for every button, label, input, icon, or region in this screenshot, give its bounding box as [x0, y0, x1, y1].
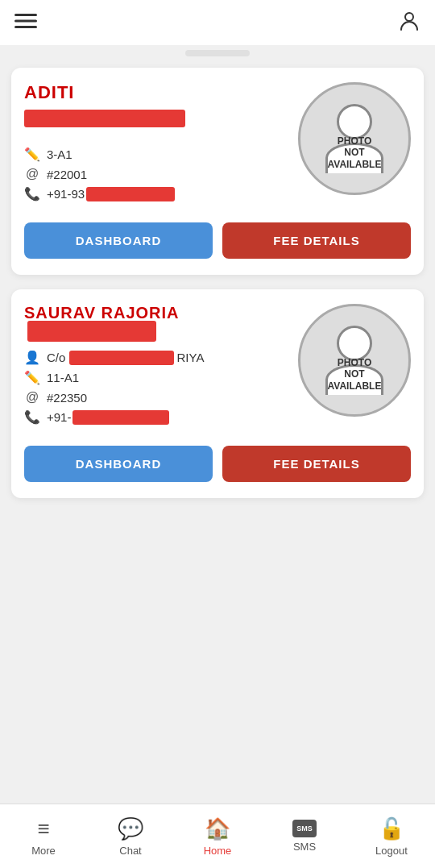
- phone-row-1: 📞 +91-93: [24, 186, 290, 201]
- roll-value-1: #22001: [47, 168, 87, 181]
- phone-icon-1: 📞: [24, 186, 40, 201]
- edit-icon-1: ✏️: [24, 147, 40, 162]
- card-buttons-2: DASHBOARD FEE DETAILS: [24, 446, 411, 482]
- co-prefix-2: C/o: [47, 351, 65, 364]
- card-buttons-1: DASHBOARD FEE DETAILS: [24, 222, 411, 259]
- phone-icon-2: 📞: [24, 409, 40, 425]
- student-name-2: SAURAV RAJORIA: [24, 304, 180, 322]
- chat-icon: 💬: [118, 816, 143, 841]
- avatar-circle-1: PHOTONOTAVAILABLE: [298, 82, 411, 195]
- co-suffix-2: RIYA: [177, 351, 205, 364]
- bottom-nav: ≡ More 💬 Chat 🏠 Home SMS SMS 🔓 Logout: [0, 804, 435, 868]
- sms-icon: SMS: [292, 820, 317, 837]
- svg-point-3: [405, 13, 413, 21]
- co-row-2: 👤 C/o RIYA: [24, 350, 290, 365]
- person-icon-2: 👤: [24, 350, 40, 365]
- roll-value-2: #22350: [47, 391, 87, 405]
- card-header-2: SAURAV RAJORIA 👤 C/o RIYA ✏️ 11-A1 @ #22…: [24, 304, 411, 430]
- home-label: Home: [204, 845, 232, 857]
- home-icon: 🏠: [205, 816, 230, 841]
- co-redact-2: [69, 351, 174, 365]
- nav-chat[interactable]: 💬 Chat: [87, 810, 174, 863]
- phone-prefix-2: +91-: [47, 410, 71, 424]
- photo-label-2: PHOTONOTAVAILABLE: [328, 357, 382, 392]
- student-name-1: ADITI: [24, 82, 290, 103]
- avatar-head-2: [337, 326, 372, 361]
- logout-label: Logout: [375, 845, 408, 857]
- chat-label: Chat: [119, 845, 141, 857]
- top-bar: [0, 0, 435, 45]
- svg-rect-1: [14, 20, 37, 23]
- dashboard-button-2[interactable]: DASHBOARD: [24, 446, 213, 482]
- profile-icon[interactable]: [398, 10, 420, 35]
- edit-icon-2: ✏️: [24, 370, 40, 385]
- phone-redact-1: [86, 187, 175, 201]
- at-icon-2: @: [24, 390, 40, 405]
- logout-icon: 🔓: [379, 816, 404, 841]
- card-info-1: ADITI ✏️ 3-A1 @ #22001 📞 +91-93: [24, 82, 290, 206]
- phone-prefix-1: +91-93: [47, 187, 85, 201]
- nav-logout[interactable]: 🔓 Logout: [348, 810, 435, 863]
- nav-home[interactable]: 🏠 Home: [174, 810, 261, 863]
- name-row-2: SAURAV RAJORIA: [24, 304, 290, 343]
- phone-row-2: 📞 +91-: [24, 409, 290, 425]
- more-icon: ≡: [37, 816, 49, 841]
- fee-details-button-1[interactable]: FEE DETAILS: [222, 222, 411, 259]
- avatar-circle-2: PHOTONOTAVAILABLE: [298, 304, 411, 417]
- card-info-2: SAURAV RAJORIA 👤 C/o RIYA ✏️ 11-A1 @ #22…: [24, 304, 290, 430]
- class-row-2: ✏️ 11-A1: [24, 370, 290, 385]
- class-value-1: 3-A1: [47, 147, 72, 161]
- roll-row-2: @ #22350: [24, 390, 290, 405]
- fee-details-button-2[interactable]: FEE DETAILS: [222, 446, 411, 482]
- svg-rect-2: [14, 26, 37, 28]
- content-area: ADITI ✏️ 3-A1 @ #22001 📞 +91-93: [0, 60, 435, 585]
- name-redact-1: [24, 110, 185, 127]
- hamburger-icon[interactable]: [14, 10, 37, 35]
- class-value-2: 11-A1: [47, 371, 79, 384]
- sms-label: SMS: [293, 841, 316, 853]
- dashboard-button-1[interactable]: DASHBOARD: [24, 222, 213, 259]
- at-icon-1: @: [24, 167, 40, 181]
- student-card-1: ADITI ✏️ 3-A1 @ #22001 📞 +91-93: [11, 68, 424, 275]
- class-row-1: ✏️ 3-A1: [24, 147, 290, 162]
- roll-row-1: @ #22001: [24, 167, 290, 181]
- nav-more[interactable]: ≡ More: [0, 810, 87, 863]
- name-redact-overlay-2: [27, 321, 156, 342]
- student-card-2: SAURAV RAJORIA 👤 C/o RIYA ✏️ 11-A1 @ #22…: [11, 289, 424, 498]
- avatar-container-1: PHOTONOTAVAILABLE: [298, 82, 411, 195]
- nav-sms[interactable]: SMS SMS: [261, 813, 348, 859]
- svg-rect-0: [14, 14, 37, 16]
- avatar-head-1: [337, 104, 372, 139]
- avatar-container-2: PHOTONOTAVAILABLE: [298, 304, 411, 417]
- scroll-hint: [185, 50, 250, 56]
- card-header-1: ADITI ✏️ 3-A1 @ #22001 📞 +91-93: [24, 82, 411, 206]
- photo-label-1: PHOTONOTAVAILABLE: [328, 135, 382, 170]
- phone-redact-2: [72, 410, 169, 425]
- more-label: More: [31, 845, 56, 857]
